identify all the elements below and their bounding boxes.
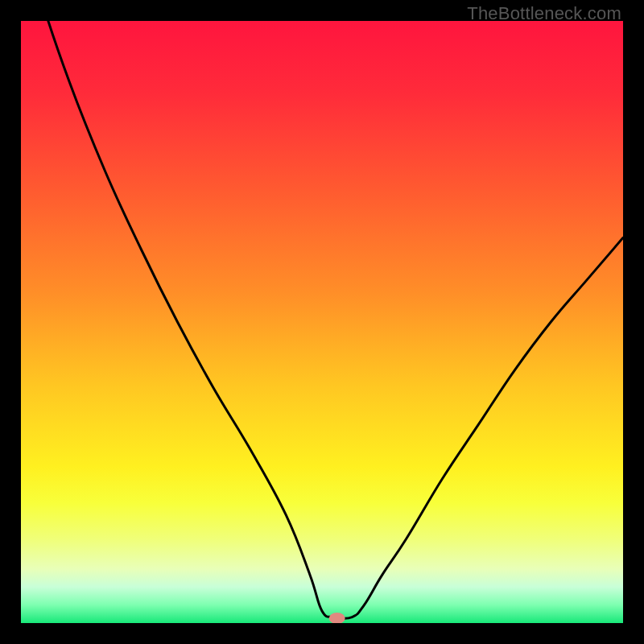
chart-svg (21, 21, 623, 623)
plot-area (21, 21, 623, 623)
watermark-text: TheBottleneck.com (467, 3, 621, 24)
chart-container: TheBottleneck.com (0, 0, 644, 644)
gradient-rect (21, 21, 623, 623)
